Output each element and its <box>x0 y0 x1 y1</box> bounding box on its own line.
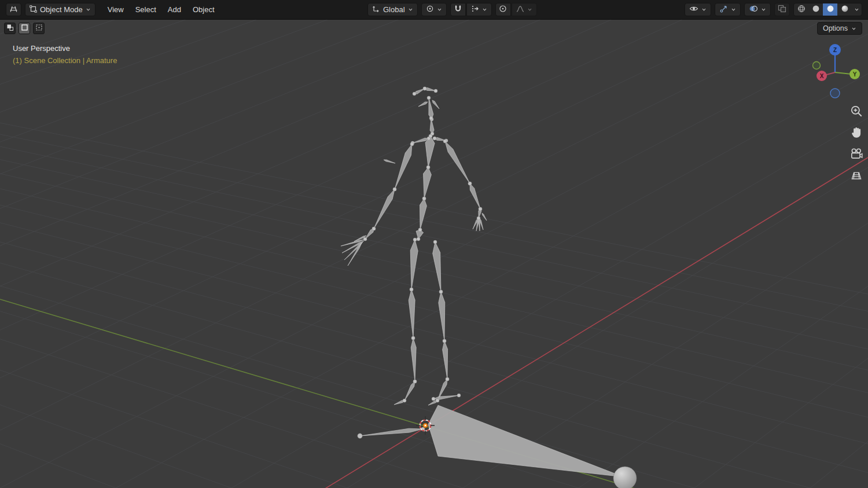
snapping-controls <box>450 3 492 16</box>
chevron-down-icon <box>86 7 91 12</box>
axes-icon <box>372 5 380 14</box>
eye-icon <box>689 5 698 14</box>
mode-dropdown[interactable]: Object Mode <box>25 3 95 16</box>
solid-sphere-icon <box>812 5 820 14</box>
shading-solid-button[interactable] <box>808 3 823 16</box>
options-label: Options <box>823 24 848 32</box>
shading-rendered-button[interactable] <box>837 3 852 16</box>
snap-target-icon <box>471 5 479 14</box>
select-set-icon <box>6 23 14 34</box>
select-subtract-icon <box>35 23 43 34</box>
gizmos-dropdown[interactable] <box>715 3 741 16</box>
shading-wireframe-button[interactable] <box>794 3 808 16</box>
menu-bar: View Select Add Object <box>102 3 220 16</box>
select-extend-button[interactable] <box>19 23 30 34</box>
overlapping-circles-icon <box>749 5 758 14</box>
gizmo-z-label: Z <box>833 47 837 53</box>
menu-object[interactable]: Object <box>187 3 220 16</box>
proportional-circle-icon <box>499 5 507 14</box>
menu-select[interactable]: Select <box>130 3 161 16</box>
pivot-dropdown[interactable] <box>421 3 447 16</box>
chevron-down-icon <box>527 7 532 12</box>
active-object-breadcrumb: (1) Scene Collection | Armature <box>13 56 117 65</box>
armature-skeleton[interactable] <box>341 87 637 488</box>
gizmo-arrow-icon <box>719 5 728 15</box>
falloff-curve-icon <box>516 5 524 14</box>
material-sphere-icon <box>826 5 834 14</box>
select-extend-icon <box>21 23 28 34</box>
select-mode-buttons <box>4 23 45 34</box>
xray-squares-icon <box>778 5 786 14</box>
orientation-label: Global <box>383 5 405 14</box>
chevron-down-icon <box>701 7 707 12</box>
select-set-button[interactable] <box>4 23 16 34</box>
wireframe-sphere-icon <box>797 5 806 14</box>
zoom-button[interactable] <box>849 104 863 118</box>
snap-with-dropdown[interactable] <box>466 3 492 16</box>
chevron-down-icon <box>761 7 766 12</box>
view-navigation-gizmo[interactable]: Z X Y <box>809 37 867 102</box>
chevron-down-icon <box>482 7 487 12</box>
overlays-dropdown[interactable] <box>744 3 771 16</box>
ortho-toggle-button[interactable] <box>849 168 863 182</box>
header-left: Object Mode View Select Add Object <box>6 3 220 16</box>
viewport-3d[interactable] <box>0 0 868 488</box>
editor-type-button[interactable] <box>6 3 21 16</box>
snap-toggle[interactable] <box>450 3 466 16</box>
pan-button[interactable] <box>849 126 863 140</box>
shading-dropdown[interactable] <box>852 3 862 16</box>
falloff-dropdown[interactable] <box>512 3 537 16</box>
gizmo-x-label: X <box>820 73 824 79</box>
zoom-icon <box>849 104 863 118</box>
blender-window: { "header": { "mode": { "label": "Object… <box>0 0 868 488</box>
chevron-down-icon <box>408 7 413 12</box>
xray-toggle[interactable] <box>774 3 790 16</box>
camera-icon <box>849 147 863 161</box>
gizmo-axis-neg-z[interactable] <box>830 89 840 98</box>
header-right <box>685 3 862 16</box>
chevron-down-icon <box>437 7 442 12</box>
gizmo-axis-neg-y[interactable] <box>813 62 821 69</box>
orientation-dropdown[interactable]: Global <box>367 3 418 16</box>
select-subtract-button[interactable] <box>33 23 45 34</box>
ortho-grid-icon <box>849 168 863 182</box>
view-perspective-label: User Perspective <box>13 44 70 53</box>
viewport-header: Object Mode View Select Add Object Globa… <box>0 0 868 20</box>
pivot-point-icon <box>426 5 434 14</box>
chevron-down-icon <box>854 7 859 12</box>
viewport-grid-icon <box>9 5 18 15</box>
mode-label: Object Mode <box>40 5 83 14</box>
menu-add[interactable]: Add <box>163 3 186 16</box>
proportional-controls <box>495 3 537 16</box>
options-dropdown[interactable]: Options <box>817 22 862 35</box>
visibility-dropdown[interactable] <box>685 3 711 16</box>
shading-mode-group <box>793 3 862 16</box>
rendered-sphere-icon <box>841 5 849 14</box>
menu-view[interactable]: View <box>102 3 129 16</box>
shading-material-button[interactable] <box>823 3 837 16</box>
header-center: Global <box>367 3 537 16</box>
gizmo-y-label: Y <box>853 71 857 78</box>
magnet-icon <box>454 5 462 14</box>
viewport-nav-tools <box>849 104 863 182</box>
chevron-down-icon <box>731 7 736 12</box>
object-cube-icon <box>30 5 37 14</box>
chevron-down-icon <box>851 26 856 31</box>
camera-view-button[interactable] <box>849 147 863 161</box>
proportional-toggle[interactable] <box>495 3 511 16</box>
gizmo-y-stem <box>835 72 851 74</box>
pan-hand-icon <box>849 126 863 140</box>
